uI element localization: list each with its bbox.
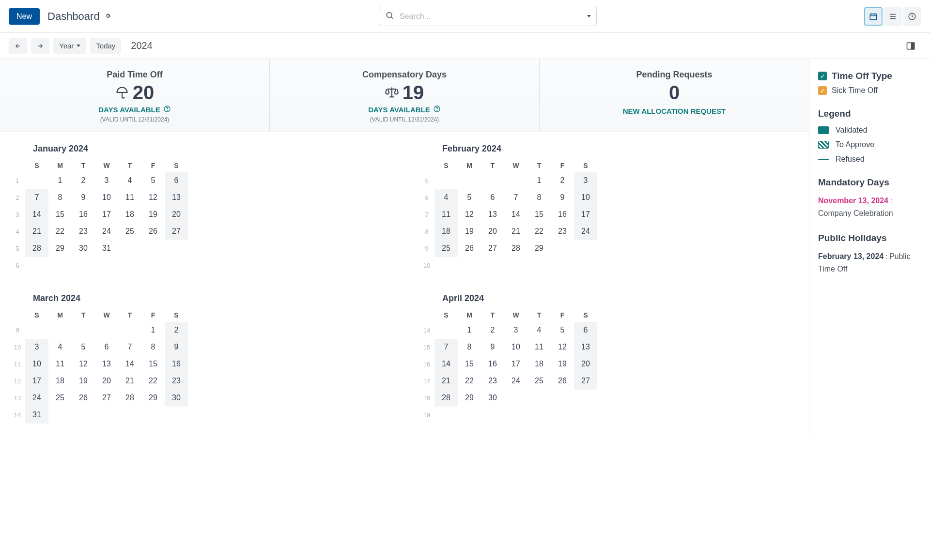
cal-day[interactable]: 4 <box>118 172 141 189</box>
cal-day[interactable]: 21 <box>434 373 458 390</box>
cal-day[interactable]: 13 <box>165 189 188 206</box>
cal-day[interactable]: 30 <box>165 390 188 407</box>
stat-pto[interactable]: Paid Time Off 20 DAYS AVAILABLE (VALID U… <box>0 59 270 132</box>
cal-day[interactable]: 21 <box>25 223 48 240</box>
view-activity-button[interactable] <box>903 7 921 26</box>
new-allocation-link[interactable]: NEW ALLOCATION REQUEST <box>544 107 804 115</box>
cal-day[interactable]: 29 <box>458 390 481 407</box>
cal-day[interactable]: 22 <box>458 373 481 390</box>
cal-day[interactable]: 28 <box>504 240 527 257</box>
cal-day[interactable]: 8 <box>527 189 551 206</box>
cal-day[interactable]: 19 <box>551 356 574 373</box>
cal-day[interactable]: 18 <box>48 373 72 390</box>
cal-day[interactable]: 24 <box>574 223 597 240</box>
cal-day[interactable]: 19 <box>72 373 95 390</box>
cal-day[interactable]: 16 <box>165 356 188 373</box>
cal-day[interactable]: 15 <box>527 206 551 223</box>
cal-day[interactable]: 11 <box>527 339 551 356</box>
search-input[interactable] <box>379 7 582 26</box>
cal-day[interactable]: 15 <box>141 356 165 373</box>
cal-day[interactable]: 3 <box>95 172 118 189</box>
cal-day[interactable]: 28 <box>118 390 141 407</box>
cal-day[interactable]: 26 <box>141 223 165 240</box>
cal-day[interactable]: 25 <box>48 390 72 407</box>
cal-day[interactable]: 6 <box>165 172 188 189</box>
cal-day[interactable]: 24 <box>25 390 48 407</box>
cal-day[interactable]: 12 <box>551 339 574 356</box>
cal-day[interactable]: 25 <box>118 223 141 240</box>
view-list-button[interactable] <box>884 7 902 26</box>
cal-day[interactable]: 29 <box>48 240 72 257</box>
panel-toggle-button[interactable] <box>900 37 921 55</box>
cal-day[interactable]: 9 <box>551 189 574 206</box>
cal-day[interactable]: 24 <box>504 373 527 390</box>
new-button[interactable]: New <box>9 8 40 25</box>
cal-day[interactable]: 15 <box>48 206 72 223</box>
cal-day[interactable]: 23 <box>72 223 95 240</box>
cal-day[interactable]: 7 <box>25 189 48 206</box>
help-icon[interactable] <box>163 105 171 114</box>
cal-day[interactable]: 4 <box>434 189 458 206</box>
cal-day[interactable]: 13 <box>574 339 597 356</box>
cal-day[interactable]: 3 <box>504 322 527 339</box>
cal-day[interactable]: 22 <box>141 373 165 390</box>
cal-day[interactable]: 21 <box>118 373 141 390</box>
cal-day[interactable]: 27 <box>165 223 188 240</box>
cal-day[interactable]: 16 <box>481 356 504 373</box>
cal-day[interactable]: 7 <box>434 339 458 356</box>
cal-day[interactable]: 26 <box>458 240 481 257</box>
cal-day[interactable]: 17 <box>95 206 118 223</box>
cal-day[interactable]: 20 <box>481 223 504 240</box>
filter-time-off-type[interactable]: ✓ Time Off Type <box>818 71 921 81</box>
cal-day[interactable]: 25 <box>434 240 458 257</box>
cal-day[interactable]: 18 <box>527 356 551 373</box>
cal-day[interactable]: 19 <box>141 206 165 223</box>
cal-day[interactable]: 11 <box>48 356 72 373</box>
cal-day[interactable]: 11 <box>118 189 141 206</box>
cal-day[interactable]: 12 <box>458 206 481 223</box>
cal-day[interactable]: 2 <box>165 322 188 339</box>
cal-day[interactable]: 20 <box>165 206 188 223</box>
today-button[interactable]: Today <box>90 38 121 54</box>
cal-day[interactable]: 24 <box>95 223 118 240</box>
cal-day[interactable]: 12 <box>72 356 95 373</box>
cal-day[interactable]: 17 <box>574 206 597 223</box>
cal-day[interactable]: 15 <box>458 356 481 373</box>
cal-day[interactable]: 20 <box>574 356 597 373</box>
cal-day[interactable]: 10 <box>25 356 48 373</box>
cal-day[interactable]: 12 <box>141 189 165 206</box>
cal-day[interactable]: 13 <box>481 206 504 223</box>
cal-day[interactable]: 23 <box>551 223 574 240</box>
cal-day[interactable]: 5 <box>72 339 95 356</box>
cal-day[interactable]: 26 <box>72 390 95 407</box>
cal-day[interactable]: 11 <box>434 206 458 223</box>
cal-day[interactable]: 10 <box>95 189 118 206</box>
cal-day[interactable]: 25 <box>527 373 551 390</box>
cal-day[interactable]: 1 <box>458 322 481 339</box>
cal-day[interactable]: 2 <box>72 172 95 189</box>
cal-day[interactable]: 26 <box>551 373 574 390</box>
prev-button[interactable] <box>9 38 27 54</box>
cal-day[interactable]: 23 <box>165 373 188 390</box>
cal-day[interactable]: 28 <box>25 240 48 257</box>
cal-day[interactable]: 4 <box>48 339 72 356</box>
cal-day[interactable]: 9 <box>165 339 188 356</box>
cal-day[interactable]: 30 <box>72 240 95 257</box>
cal-day[interactable]: 17 <box>25 373 48 390</box>
cal-day[interactable]: 9 <box>72 189 95 206</box>
cal-day[interactable]: 8 <box>141 339 165 356</box>
range-dropdown[interactable]: Year <box>53 38 86 54</box>
cal-day[interactable]: 28 <box>434 390 458 407</box>
cal-day[interactable]: 5 <box>141 172 165 189</box>
filter-sick-time-off[interactable]: ✓ Sick Time Off <box>818 86 921 95</box>
cal-day[interactable]: 10 <box>504 339 527 356</box>
cal-day[interactable]: 1 <box>141 322 165 339</box>
cal-day[interactable]: 5 <box>458 189 481 206</box>
cal-day[interactable]: 29 <box>141 390 165 407</box>
cal-day[interactable]: 22 <box>48 223 72 240</box>
cal-day[interactable]: 2 <box>551 172 574 189</box>
gear-icon[interactable] <box>104 10 111 23</box>
cal-day[interactable]: 14 <box>434 356 458 373</box>
search-dropdown-button[interactable] <box>581 7 596 26</box>
cal-day[interactable]: 8 <box>458 339 481 356</box>
